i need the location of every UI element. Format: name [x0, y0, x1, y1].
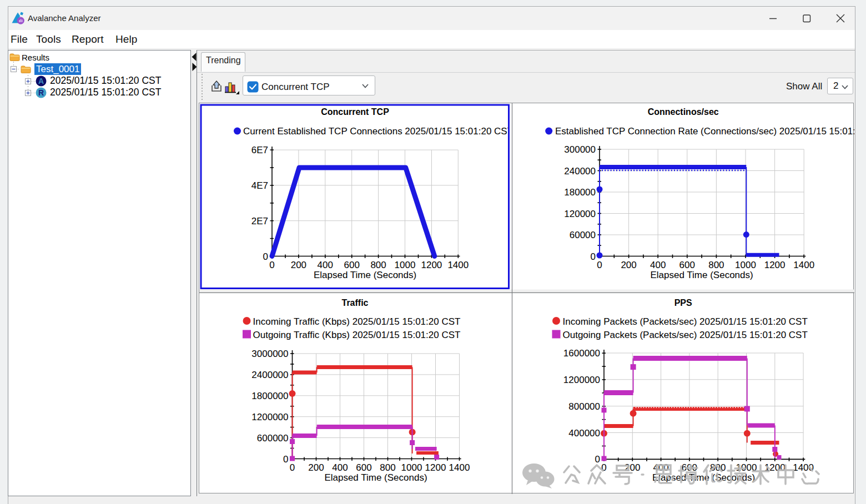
svg-text:1000: 1000 [395, 260, 416, 270]
svg-text:Incoming Packets (Packets/sec): Incoming Packets (Packets/sec) 2025/01/1… [563, 316, 808, 327]
svg-text:1600000: 1600000 [563, 348, 600, 359]
svg-text:600: 600 [679, 260, 695, 270]
svg-text:1200000: 1200000 [563, 375, 600, 385]
svg-text:1000: 1000 [401, 462, 422, 473]
svg-text:1800000: 1800000 [251, 391, 288, 401]
svg-text:2400000: 2400000 [251, 370, 288, 380]
svg-text:Elapsed Time (Seconds): Elapsed Time (Seconds) [650, 270, 753, 280]
svg-text:400: 400 [318, 260, 333, 270]
svg-text:400000: 400000 [568, 428, 600, 439]
svg-text:A: A [38, 77, 44, 85]
svg-text:800: 800 [370, 260, 386, 270]
svg-text:600: 600 [356, 462, 371, 473]
svg-text:4E7: 4E7 [251, 180, 268, 191]
svg-text:0: 0 [269, 260, 274, 270]
svg-text:Elapsed Time (Seconds): Elapsed Time (Seconds) [314, 270, 416, 280]
svg-text:200: 200 [308, 462, 324, 473]
svg-text:Concurrent TCP: Concurrent TCP [321, 107, 389, 117]
svg-text:200: 200 [625, 462, 640, 473]
svg-text:800000: 800000 [568, 401, 600, 412]
svg-text:800: 800 [380, 462, 395, 473]
svg-text:Traffic: Traffic [341, 298, 368, 308]
svg-text:180000: 180000 [564, 187, 596, 198]
svg-text:300000: 300000 [564, 144, 596, 155]
svg-text:Incoming Traffic (Kbps) 2025/0: Incoming Traffic (Kbps) 2025/01/15 15:01… [253, 316, 461, 327]
svg-text:200: 200 [621, 260, 636, 270]
svg-text:0: 0 [283, 454, 288, 465]
svg-text:1000: 1000 [735, 260, 756, 270]
svg-text:3000000: 3000000 [251, 349, 288, 359]
svg-text:600: 600 [344, 260, 360, 270]
svg-text:200: 200 [291, 260, 306, 270]
svg-text:400: 400 [332, 462, 348, 473]
svg-text:400: 400 [650, 260, 666, 270]
svg-text:600000: 600000 [257, 433, 289, 443]
svg-text:0: 0 [290, 462, 295, 473]
svg-text:1200000: 1200000 [251, 412, 288, 422]
svg-text:R: R [38, 88, 44, 97]
svg-text:2E7: 2E7 [251, 216, 268, 226]
svg-text:PPS: PPS [674, 298, 692, 308]
svg-text:240000: 240000 [564, 166, 596, 177]
svg-text:1200: 1200 [421, 260, 442, 270]
svg-text:1400: 1400 [793, 260, 814, 270]
svg-text:120000: 120000 [564, 209, 596, 219]
svg-text:1200: 1200 [425, 462, 446, 473]
svg-text:0: 0 [595, 454, 600, 465]
svg-text:0: 0 [263, 251, 268, 262]
svg-text:0: 0 [591, 251, 596, 262]
svg-text:800: 800 [708, 260, 724, 270]
svg-text:1200: 1200 [764, 260, 786, 270]
svg-text:Outgoing Packets (Packets/sec): Outgoing Packets (Packets/sec) 2025/01/1… [563, 330, 808, 340]
svg-text:60000: 60000 [570, 230, 596, 240]
svg-text:0: 0 [597, 260, 602, 270]
svg-text:6E7: 6E7 [251, 145, 268, 155]
svg-text:Current Established TCP Connec: Current Established TCP Connections 2025… [243, 126, 513, 137]
svg-text:Established TCP Connection Rat: Established TCP Connection Rate (Connect… [555, 126, 854, 137]
svg-text:Outgoing Traffic (Kbps) 2025/0: Outgoing Traffic (Kbps) 2025/01/15 15:01… [253, 330, 461, 340]
svg-text:1400: 1400 [447, 260, 469, 270]
svg-text:Elapsed Time (Seconds): Elapsed Time (Seconds) [324, 472, 427, 483]
svg-text:0: 0 [601, 462, 606, 473]
svg-text:1400: 1400 [449, 462, 470, 473]
svg-text:Connectinos/sec: Connectinos/sec [648, 107, 719, 117]
